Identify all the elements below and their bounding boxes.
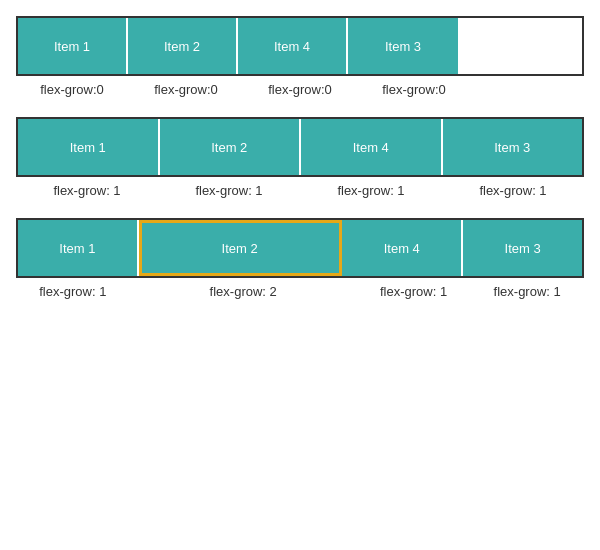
item-1-3: Item 4 bbox=[238, 18, 348, 74]
demo-section-2: Item 1 Item 2 Item 4 Item 3 flex-grow: 1… bbox=[16, 117, 584, 198]
item-1-2: Item 2 bbox=[128, 18, 238, 74]
item-2-4: Item 3 bbox=[443, 119, 583, 175]
item-3-4: Item 3 bbox=[463, 220, 582, 276]
item-3-1: Item 1 bbox=[18, 220, 139, 276]
flex-container-1: Item 1 Item 2 Item 4 Item 3 bbox=[16, 16, 584, 76]
item-2-1: Item 1 bbox=[18, 119, 160, 175]
labels-2: flex-grow: 1 flex-grow: 1 flex-grow: 1 f… bbox=[16, 183, 584, 198]
demo-section-1: Item 1 Item 2 Item 4 Item 3 flex-grow:0 … bbox=[16, 16, 584, 97]
item-3-3: Item 4 bbox=[342, 220, 463, 276]
item-1-1: Item 1 bbox=[18, 18, 128, 74]
label-3-3: flex-grow: 1 bbox=[357, 284, 471, 299]
label-1-3: flex-grow:0 bbox=[244, 82, 356, 97]
labels-1: flex-grow:0 flex-grow:0 flex-grow:0 flex… bbox=[16, 82, 584, 97]
label-2-4: flex-grow: 1 bbox=[442, 183, 584, 198]
label-1-4: flex-grow:0 bbox=[358, 82, 470, 97]
label-3-1: flex-grow: 1 bbox=[16, 284, 130, 299]
label-3-2: flex-grow: 2 bbox=[130, 284, 357, 299]
flex-container-2: Item 1 Item 2 Item 4 Item 3 bbox=[16, 117, 584, 177]
label-3-4: flex-grow: 1 bbox=[470, 284, 584, 299]
label-1-2: flex-grow:0 bbox=[130, 82, 242, 97]
label-2-2: flex-grow: 1 bbox=[158, 183, 300, 198]
labels-3: flex-grow: 1 flex-grow: 2 flex-grow: 1 f… bbox=[16, 284, 584, 299]
item-2-3: Item 4 bbox=[301, 119, 443, 175]
item-1-4: Item 3 bbox=[348, 18, 458, 74]
label-1-1: flex-grow:0 bbox=[16, 82, 128, 97]
label-2-1: flex-grow: 1 bbox=[16, 183, 158, 198]
item-2-2: Item 2 bbox=[160, 119, 302, 175]
item-3-2: Item 2 bbox=[139, 220, 343, 276]
demo-section-3: Item 1 Item 2 Item 4 Item 3 flex-grow: 1… bbox=[16, 218, 584, 299]
flex-container-3: Item 1 Item 2 Item 4 Item 3 bbox=[16, 218, 584, 278]
label-2-3: flex-grow: 1 bbox=[300, 183, 442, 198]
